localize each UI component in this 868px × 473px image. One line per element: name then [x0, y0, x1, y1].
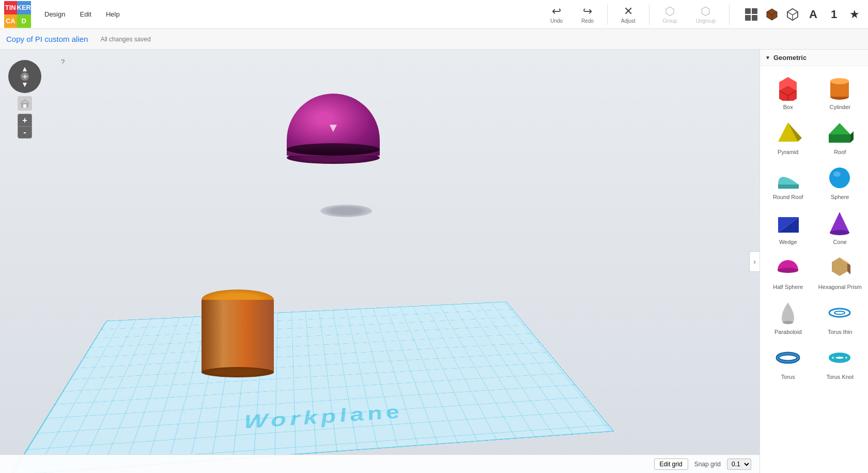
shape-torus-knot[interactable]: Torus Knot — [814, 338, 866, 383]
svg-rect-1 — [752, 8, 757, 14]
svg-marker-22 — [832, 257, 847, 276]
undo-label: Undo — [550, 18, 563, 24]
cylinder-3d — [202, 289, 274, 372]
round-roof-icon — [772, 163, 803, 192]
svg-point-15 — [829, 167, 850, 188]
shape-torus[interactable]: Torus — [762, 338, 814, 383]
menu-edit[interactable]: Edit — [72, 7, 98, 21]
number-view-icon[interactable]: 1 — [826, 7, 842, 22]
canvas-area[interactable]: ? ▲ ✛ ▼ + - Workplane — [0, 50, 760, 473]
svg-marker-12 — [829, 134, 850, 143]
logo-cell-d: D — [17, 14, 31, 28]
compass-dot: ✛ — [23, 74, 27, 80]
svg-point-31 — [834, 356, 845, 360]
torus-thin-icon — [825, 298, 856, 327]
sphere-shadow — [320, 205, 372, 217]
adjust-button[interactable]: ✕ Adjust — [616, 3, 641, 26]
torus-knot-label: Torus Knot — [826, 374, 854, 380]
snap-label: Snap grid — [694, 461, 721, 468]
snap-grid-select[interactable]: 0.1 0.5 1.0 — [727, 459, 751, 470]
zoom-out-button[interactable]: - — [18, 126, 32, 139]
star-view-icon[interactable]: ★ — [847, 7, 862, 22]
edit-grid-button[interactable]: Edit grid — [654, 459, 688, 470]
torus-thin-label: Torus thin — [828, 329, 853, 335]
3d-view-icon[interactable] — [764, 7, 780, 22]
wire-view-icon[interactable] — [785, 7, 800, 22]
ungroup-icon: ⬡ — [701, 5, 710, 18]
half-sphere-label: Half Sphere — [773, 284, 803, 290]
compass[interactable]: ▲ ✛ ▼ — [8, 60, 41, 93]
roof-label: Roof — [834, 149, 846, 155]
ungroup-button[interactable]: ⬡ Ungroup — [691, 3, 721, 26]
collapse-panel-button[interactable]: › — [749, 251, 760, 272]
toolbar-sep-2 — [649, 4, 649, 25]
project-title[interactable]: Copy of PI custom alien — [6, 35, 88, 43]
shape-torus-thin[interactable]: Torus thin — [814, 293, 866, 338]
shape-hex-prism[interactable]: Hexagonal Prism — [814, 248, 866, 293]
shape-wedge[interactable]: Wedge — [762, 203, 814, 248]
cylinder-body — [202, 300, 274, 372]
redo-icon: ↪ — [583, 5, 592, 18]
wedge-label: Wedge — [779, 239, 797, 245]
subheader: Copy of PI custom alien All changes save… — [0, 29, 868, 50]
topbar: TIN KER CA D Design Edit Help ↩ Undo ↪ R… — [0, 0, 868, 29]
compass-up: ▲ — [21, 65, 28, 72]
group-icon: ⬡ — [665, 5, 675, 18]
shape-cylinder[interactable]: Cylinder — [814, 68, 866, 113]
svg-point-16 — [833, 172, 841, 177]
group-label: Group — [663, 18, 677, 24]
section-label: Geometric — [773, 54, 807, 62]
cylinder-bottom — [202, 367, 274, 377]
undo-button[interactable]: ↩ Undo — [545, 3, 568, 26]
half-sphere-object[interactable]: ▼ — [287, 94, 380, 164]
view-icons-group: A 1 ★ — [742, 7, 864, 22]
svg-marker-13 — [850, 131, 854, 143]
redo-label: Redo — [581, 18, 594, 24]
panel-section-header: ▼ Geometric — [760, 50, 868, 66]
cylinder-object[interactable] — [202, 289, 274, 372]
svg-marker-19 — [830, 212, 849, 233]
workplane-3d: Workplane — [10, 301, 614, 473]
wedge-icon — [772, 208, 803, 237]
nav-help[interactable]: ? — [61, 58, 65, 66]
shape-paraboloid[interactable]: Paraboloid — [762, 293, 814, 338]
sphere-arrow: ▼ — [327, 120, 339, 135]
workplane-grid[interactable]: Workplane — [10, 301, 614, 473]
shapes-grid: Box Cylinder — [760, 66, 868, 385]
svg-point-8 — [830, 78, 849, 84]
cone-icon — [825, 208, 856, 237]
text-view-icon[interactable]: A — [805, 7, 821, 22]
undo-icon: ↩ — [552, 5, 561, 18]
svg-point-25 — [783, 321, 793, 324]
workplane-label: Workplane — [243, 401, 406, 433]
svg-rect-3 — [752, 15, 757, 21]
group-button[interactable]: ⬡ Group — [658, 3, 683, 26]
shape-roof[interactable]: Roof — [814, 113, 866, 158]
hex-prism-icon — [825, 253, 856, 282]
torus-label: Torus — [781, 374, 795, 380]
menu-help[interactable]: Help — [99, 7, 127, 21]
redo-button[interactable]: ↪ Redo — [576, 3, 599, 26]
pyramid-label: Pyramid — [778, 149, 798, 155]
half-sphere-icon — [772, 253, 803, 282]
torus-icon — [772, 343, 803, 372]
roof-icon — [825, 118, 856, 147]
menu-design[interactable]: Design — [37, 7, 72, 21]
adjust-icon: ✕ — [624, 5, 633, 18]
svg-rect-14 — [778, 185, 799, 189]
zoom-in-button[interactable]: + — [18, 114, 32, 126]
shape-round-roof[interactable]: Round Roof — [762, 158, 814, 203]
box-icon — [772, 73, 803, 102]
half-sphere: ▼ — [287, 94, 380, 156]
shape-sphere[interactable]: Sphere — [814, 158, 866, 203]
svg-point-20 — [830, 230, 849, 235]
shape-half-sphere[interactable]: Half Sphere — [762, 248, 814, 293]
shape-cone[interactable]: Cone — [814, 203, 866, 248]
grid-view-icon[interactable] — [743, 7, 759, 22]
home-button[interactable] — [18, 96, 32, 111]
shape-box[interactable]: Box — [762, 68, 814, 113]
box-label: Box — [783, 104, 793, 110]
logo[interactable]: TIN KER CA D — [4, 1, 31, 28]
shape-pyramid[interactable]: Pyramid — [762, 113, 814, 158]
svg-rect-0 — [745, 8, 751, 14]
